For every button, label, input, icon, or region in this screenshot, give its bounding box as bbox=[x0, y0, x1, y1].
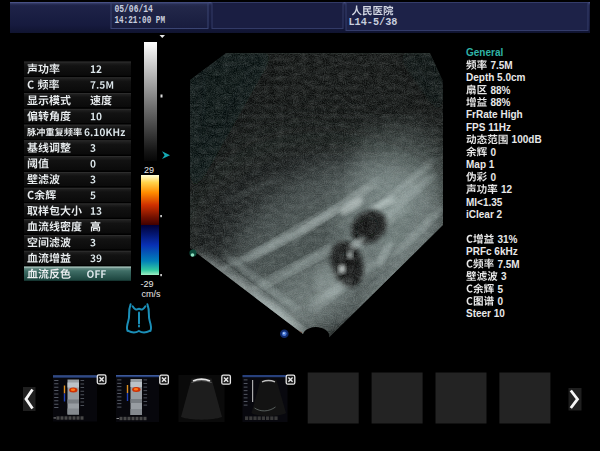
svg-text:3: 3 bbox=[501, 271, 507, 282]
svg-text:L14-5/38: L14-5/38 bbox=[349, 16, 398, 28]
svg-text:Map 1: Map 1 bbox=[466, 159, 495, 170]
svg-text:7.5M: 7.5M bbox=[497, 259, 519, 270]
svg-text:FPS 11Hz: FPS 11Hz bbox=[466, 122, 511, 133]
svg-text:MI<1.35: MI<1.35 bbox=[466, 197, 503, 208]
svg-text:31%: 31% bbox=[497, 234, 517, 245]
svg-text:88%: 88% bbox=[490, 97, 510, 108]
svg-text:12: 12 bbox=[501, 184, 513, 195]
svg-text:0: 0 bbox=[490, 172, 496, 183]
svg-text:cm/s: cm/s bbox=[142, 289, 161, 299]
svg-text:Steer 10: Steer 10 bbox=[466, 308, 505, 319]
svg-text:88%: 88% bbox=[490, 85, 510, 96]
svg-text:0: 0 bbox=[490, 147, 496, 158]
svg-text:14:21:00 PM: 14:21:00 PM bbox=[114, 14, 165, 26]
svg-text:iClear 2: iClear 2 bbox=[466, 209, 503, 220]
svg-text:0: 0 bbox=[497, 296, 503, 307]
svg-text:General: General bbox=[466, 47, 503, 58]
svg-text:-29: -29 bbox=[141, 279, 154, 289]
svg-text:29: 29 bbox=[144, 165, 154, 175]
svg-text:PRFc 6kHz: PRFc 6kHz bbox=[466, 246, 518, 257]
svg-text:5: 5 bbox=[497, 284, 503, 295]
svg-text:Depth 5.0cm: Depth 5.0cm bbox=[466, 72, 526, 83]
svg-text:7.5M: 7.5M bbox=[490, 60, 512, 71]
svg-text:FrRate High: FrRate High bbox=[466, 109, 523, 120]
svg-text:100dB: 100dB bbox=[512, 134, 542, 145]
